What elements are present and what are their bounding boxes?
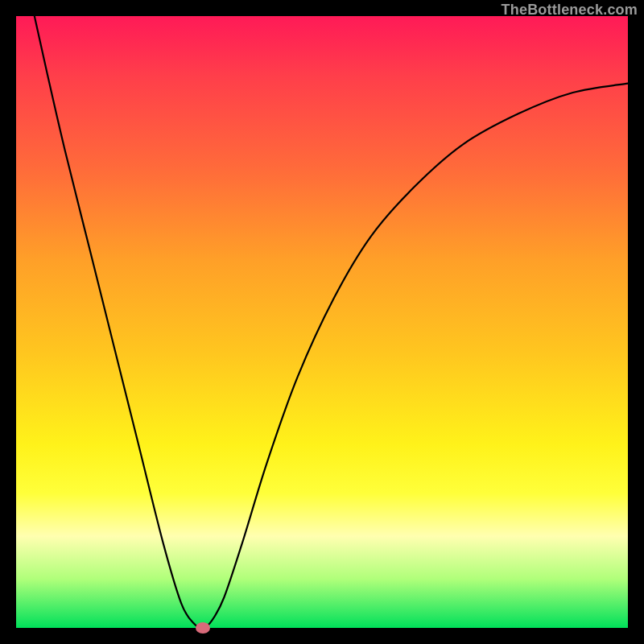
- plot-area: [16, 16, 628, 628]
- bottleneck-curve: [16, 16, 628, 628]
- chart-frame: TheBottleneck.com: [0, 0, 644, 644]
- vertex-dot: [196, 622, 210, 634]
- watermark-text: TheBottleneck.com: [502, 2, 638, 19]
